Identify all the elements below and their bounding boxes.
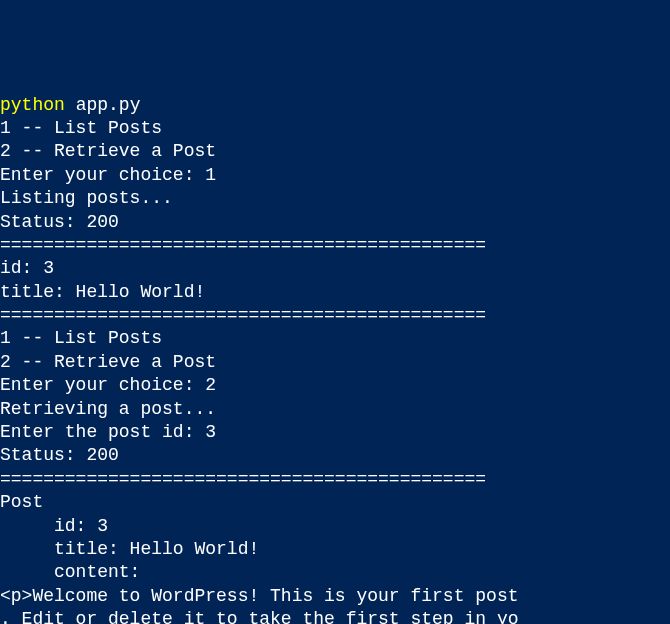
id-prompt: Enter the post id: [0, 422, 205, 442]
separator: ========================================… [0, 234, 670, 257]
choice-prompt-line: Enter your choice: 2 [0, 374, 670, 397]
action-message: Listing posts... [0, 187, 670, 210]
post-title-line: title: Hello World! [0, 538, 670, 561]
choice-prompt-line: Enter your choice: 1 [0, 164, 670, 187]
post-content-label: content: [0, 561, 670, 584]
terminal-output: python app.py1 -- List Posts2 -- Retriev… [0, 94, 670, 624]
separator: ========================================… [0, 304, 670, 327]
post-header: Post [0, 491, 670, 514]
status-line: Status: 200 [0, 444, 670, 467]
choice-prompt: Enter your choice: [0, 165, 205, 185]
status-line: Status: 200 [0, 211, 670, 234]
command-arg: app.py [76, 95, 141, 115]
separator: ========================================… [0, 468, 670, 491]
menu-option-1: 1 -- List Posts [0, 117, 670, 140]
post-content-line: . Edit or delete it to take the first st… [0, 608, 670, 624]
command-program: python [0, 95, 65, 115]
id-prompt-line: Enter the post id: 3 [0, 421, 670, 444]
choice-input[interactable]: 1 [205, 165, 216, 185]
command-line: python app.py [0, 94, 670, 117]
post-content-line: <p>Welcome to WordPress! This is your fi… [0, 585, 670, 608]
choice-input[interactable]: 2 [205, 375, 216, 395]
action-message: Retrieving a post... [0, 398, 670, 421]
menu-option-1: 1 -- List Posts [0, 327, 670, 350]
choice-prompt: Enter your choice: [0, 375, 205, 395]
post-id-line: id: 3 [0, 515, 670, 538]
menu-option-2: 2 -- Retrieve a Post [0, 351, 670, 374]
post-id-line: id: 3 [0, 257, 670, 280]
post-title-line: title: Hello World! [0, 281, 670, 304]
id-input[interactable]: 3 [205, 422, 216, 442]
menu-option-2: 2 -- Retrieve a Post [0, 140, 670, 163]
